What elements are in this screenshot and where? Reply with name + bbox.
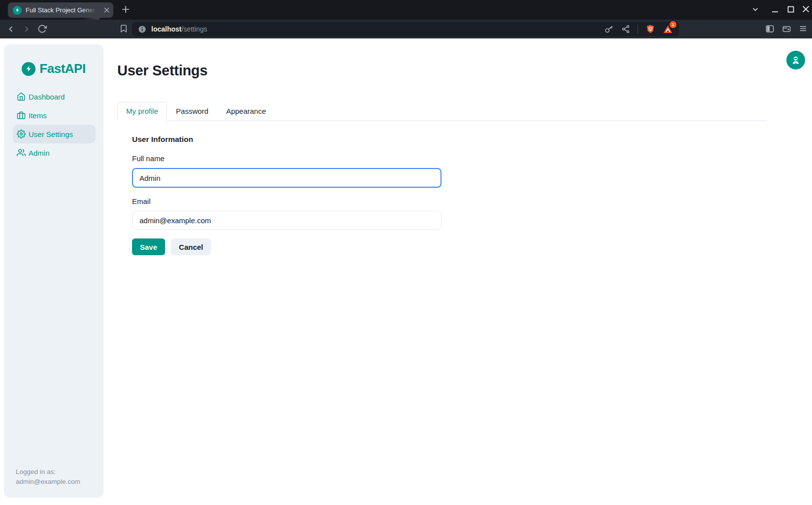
email-input[interactable] — [132, 211, 441, 230]
sidebar-item-label: Admin — [29, 149, 50, 157]
sidebar-footer: Logged in as: admin@example.com — [16, 467, 80, 487]
tab-password[interactable]: Password — [167, 102, 217, 121]
user-avatar-icon — [791, 55, 801, 65]
rewards-badge: 1 — [670, 21, 677, 28]
close-window-button[interactable] — [802, 5, 810, 13]
sidebar-item-user-settings[interactable]: User Settings — [13, 125, 96, 143]
home-icon — [17, 92, 26, 101]
brave-rewards-icon[interactable]: 1 — [663, 24, 673, 34]
brave-shield-icon[interactable] — [645, 24, 655, 34]
tab-my-profile[interactable]: My profile — [117, 102, 167, 121]
site-info-icon[interactable] — [138, 25, 146, 34]
maximize-button[interactable] — [787, 6, 794, 13]
sidebar-item-admin[interactable]: Admin — [4, 143, 103, 162]
sidebar-item-label: Items — [29, 111, 47, 120]
full-name-label: Full name — [132, 154, 441, 163]
tab-search-chevron-icon[interactable] — [751, 5, 760, 14]
gear-icon — [17, 130, 26, 138]
tab-title: Full Stack Project Genera — [26, 6, 101, 14]
user-menu-button[interactable] — [786, 51, 805, 69]
page-title: User Settings — [117, 63, 207, 79]
app-page: FastAPI Dashboard Items User Settings Ad… — [0, 38, 812, 505]
briefcase-icon — [17, 111, 26, 120]
sidebar-toggle-icon[interactable] — [765, 24, 775, 34]
section-title: User Information — [132, 135, 441, 144]
tab-close-icon[interactable] — [104, 7, 109, 13]
sidebar-item-label: User Settings — [29, 130, 73, 138]
new-tab-button[interactable] — [121, 5, 130, 14]
cancel-button[interactable]: Cancel — [171, 238, 211, 255]
key-icon[interactable] — [605, 25, 614, 34]
fastapi-logo-icon — [22, 62, 35, 76]
logo-text: FastAPI — [39, 61, 85, 76]
tab-appearance[interactable]: Appearance — [217, 102, 275, 121]
url-bar[interactable]: localhost/settings 1 — [132, 22, 679, 36]
profile-form: User Information Full name Email Save Ca… — [132, 135, 441, 255]
wallet-icon[interactable] — [782, 24, 791, 34]
browser-tab[interactable]: Full Stack Project Genera — [8, 2, 113, 18]
settings-tabs: My profile Password Appearance — [117, 102, 767, 121]
sidebar-item-items[interactable]: Items — [4, 106, 103, 125]
sidebar: FastAPI Dashboard Items User Settings Ad… — [4, 44, 103, 498]
back-button[interactable] — [6, 24, 16, 34]
logged-in-label: Logged in as: — [16, 467, 80, 477]
url-path: /settings — [181, 25, 207, 33]
sidebar-item-dashboard[interactable]: Dashboard — [4, 87, 103, 106]
users-icon — [17, 148, 26, 157]
share-icon[interactable] — [621, 25, 630, 34]
url-host: localhost — [151, 25, 181, 33]
menu-icon[interactable] — [799, 24, 808, 33]
minimize-button[interactable] — [771, 6, 779, 13]
logged-in-email: admin@example.com — [16, 477, 80, 487]
sidebar-item-label: Dashboard — [29, 93, 65, 101]
reload-button[interactable] — [37, 24, 47, 34]
browser-titlebar: Full Stack Project Genera — [0, 0, 812, 20]
full-name-input[interactable] — [132, 168, 441, 188]
save-button[interactable]: Save — [132, 238, 165, 255]
browser-toolbar: localhost/settings 1 — [0, 20, 812, 38]
form-actions: Save Cancel — [132, 238, 441, 255]
toolbar-divider — [638, 25, 638, 34]
fastapi-favicon-icon — [13, 6, 22, 15]
fastapi-logo: FastAPI — [4, 61, 103, 76]
bookmark-icon[interactable] — [119, 24, 128, 33]
sidebar-nav: Dashboard Items User Settings Admin — [4, 87, 103, 162]
forward-button[interactable] — [22, 24, 32, 34]
email-label: Email — [132, 197, 441, 205]
